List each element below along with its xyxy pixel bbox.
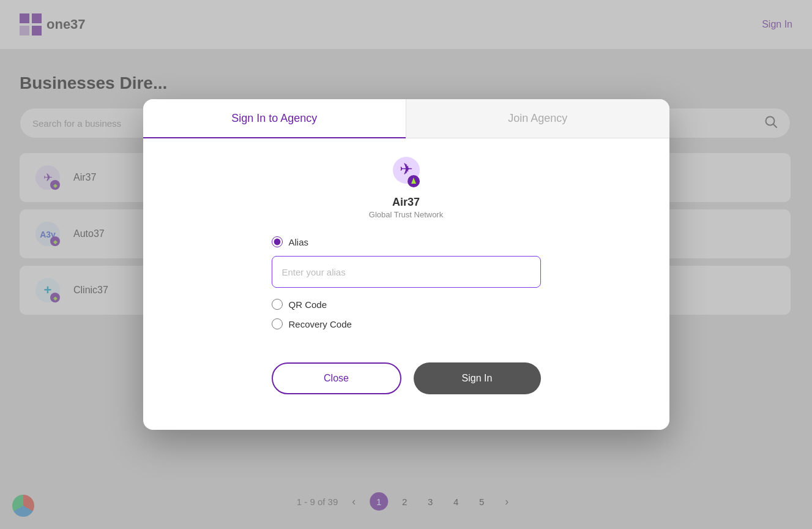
- tab-signin[interactable]: Sign In to Agency: [143, 99, 406, 138]
- radio-recovery-label: Recovery Code: [289, 319, 352, 329]
- agency-logo-wrap: ✈ Air37 Global Trust Network: [369, 153, 443, 219]
- signin-button[interactable]: Sign In: [414, 362, 541, 394]
- radio-qrcode-option[interactable]: QR Code: [272, 299, 541, 310]
- alias-input[interactable]: [272, 256, 541, 288]
- agency-logo-icon: ✈: [387, 153, 426, 192]
- radio-qrcode[interactable]: [272, 299, 283, 310]
- tab-join[interactable]: Join Agency: [406, 99, 669, 138]
- modal-tabs: Sign In to Agency Join Agency: [143, 99, 669, 138]
- modal-body: ✈ Air37 Global Trust Network Alias QR Co…: [143, 138, 669, 419]
- modal-overlay: Sign In to Agency Join Agency ✈ Air37 Gl…: [0, 0, 812, 529]
- radio-alias[interactable]: [272, 236, 283, 247]
- modal-actions: Close Sign In: [272, 362, 541, 394]
- svg-text:✈: ✈: [400, 160, 413, 178]
- radio-qrcode-label: QR Code: [289, 299, 327, 310]
- form-section: Alias QR Code Recovery Code: [272, 236, 541, 338]
- radio-alias-label: Alias: [289, 237, 309, 247]
- radio-alias-option[interactable]: Alias: [272, 236, 541, 247]
- modal: Sign In to Agency Join Agency ✈ Air37 Gl…: [143, 99, 669, 430]
- close-button[interactable]: Close: [272, 362, 401, 394]
- agency-name: Air37: [392, 196, 420, 209]
- radio-recovery[interactable]: [272, 318, 283, 329]
- radio-recovery-option[interactable]: Recovery Code: [272, 318, 541, 329]
- agency-tagline: Global Trust Network: [369, 210, 443, 219]
